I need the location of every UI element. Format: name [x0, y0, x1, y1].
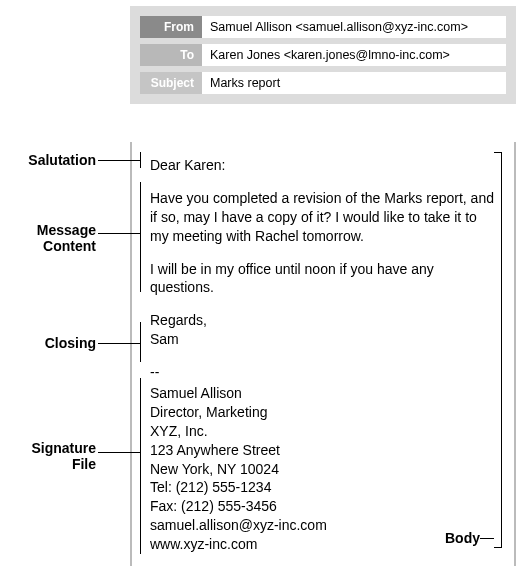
annotation-message-text: Message Content: [37, 222, 96, 254]
signature-street: 123 Anywhere Street: [150, 441, 496, 460]
connector-closing: [98, 343, 140, 344]
message-para-1: Have you completed a revision of the Mar…: [150, 189, 496, 246]
connector-message: [98, 233, 140, 234]
signature-title: Director, Marketing: [150, 403, 496, 422]
header-row-subject: Subject Marks report: [140, 72, 506, 94]
signature-fax: Fax: (212) 555-3456: [150, 497, 496, 516]
connector-signature: [98, 452, 140, 453]
signature-block: -- Samuel Allison Director, Marketing XY…: [150, 363, 496, 554]
annotation-closing: Closing: [10, 335, 96, 351]
annotation-body: Body: [445, 530, 480, 546]
annotation-salutation: Salutation: [10, 152, 96, 168]
annotation-message: Message Content: [10, 222, 96, 254]
subject-label: Subject: [140, 72, 202, 94]
tick-message: [140, 182, 141, 292]
header-row-to: To Karen Jones <karen.jones@lmno-inc.com…: [140, 44, 506, 66]
message-para-2: I will be in my office until noon if you…: [150, 260, 496, 298]
to-value: Karen Jones <karen.jones@lmno-inc.com>: [202, 44, 506, 66]
signature-url[interactable]: www.xyz-inc.com: [150, 536, 257, 552]
connector-body: [480, 538, 494, 539]
from-label: From: [140, 16, 202, 38]
tick-salutation: [140, 152, 141, 168]
annotation-signature-text: Signature File: [31, 440, 96, 472]
signature-email[interactable]: samuel.allison@xyz-inc.com: [150, 517, 327, 533]
signature-name: Samuel Allison: [150, 384, 496, 403]
connector-salutation: [98, 160, 140, 161]
header-row-from: From Samuel Allison <samuel.allison@xyz-…: [140, 16, 506, 38]
signature-company: XYZ, Inc.: [150, 422, 496, 441]
annotation-signature: Signature File: [10, 440, 96, 472]
signature-separator: --: [150, 363, 496, 382]
tick-signature: [140, 378, 141, 554]
body-bracket: [494, 152, 502, 548]
closing-block: Regards, Sam: [150, 311, 496, 349]
signature-tel: Tel: (212) 555-1234: [150, 478, 496, 497]
salutation-text: Dear Karen:: [150, 156, 496, 175]
to-label: To: [140, 44, 202, 66]
closing-name: Sam: [150, 330, 496, 349]
subject-value: Marks report: [202, 72, 506, 94]
closing-word: Regards,: [150, 311, 496, 330]
from-value: Samuel Allison <samuel.allison@xyz-inc.c…: [202, 16, 506, 38]
email-header-panel: From Samuel Allison <samuel.allison@xyz-…: [130, 6, 516, 104]
diagram-root: From Samuel Allison <samuel.allison@xyz-…: [0, 0, 528, 574]
email-body-panel: Dear Karen: Have you completed a revisio…: [130, 142, 516, 566]
signature-city: New York, NY 10024: [150, 460, 496, 479]
tick-closing: [140, 322, 141, 362]
